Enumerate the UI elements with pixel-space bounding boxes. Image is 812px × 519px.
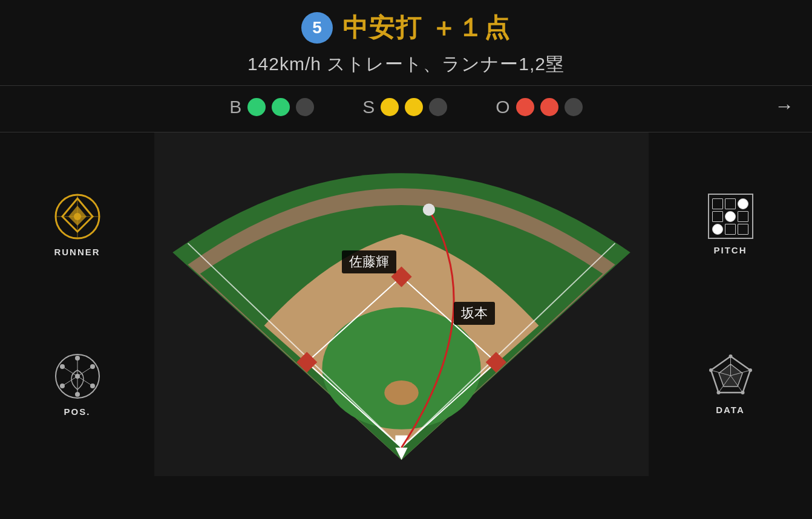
data-button[interactable]: DATA xyxy=(708,353,753,415)
bso-row: B S O → xyxy=(0,86,812,126)
outs-label: O xyxy=(496,97,509,117)
player2-label: 坂本 xyxy=(454,302,495,325)
pos-icon xyxy=(53,352,102,400)
svg-point-32 xyxy=(384,380,418,405)
subtitle: 142km/h ストレート、ランナー1,2塁 xyxy=(0,52,812,77)
pitch-cell xyxy=(725,224,736,235)
outs-group: O xyxy=(496,97,582,117)
data-icon xyxy=(708,353,753,399)
svg-line-18 xyxy=(62,376,77,386)
pitch-cell xyxy=(725,211,736,222)
svg-point-43 xyxy=(729,354,732,358)
runner-button[interactable]: RUNNER xyxy=(53,192,102,257)
out-dot-1 xyxy=(516,98,534,116)
svg-point-46 xyxy=(716,391,720,394)
ball-dot-2 xyxy=(272,98,290,116)
out-dot-3 xyxy=(565,98,583,116)
bottom-section: RUNNER xyxy=(0,132,812,476)
pitch-button[interactable]: PITCH xyxy=(708,194,753,255)
inning-badge: 5 xyxy=(301,12,333,44)
play-title: 中安打 ＋１点 xyxy=(342,11,511,45)
pitch-cell xyxy=(712,224,723,235)
strike-dot-3 xyxy=(429,98,447,116)
pitch-grid-icon xyxy=(708,194,753,239)
svg-point-47 xyxy=(709,368,713,372)
strike-dot-1 xyxy=(381,98,399,116)
left-panel: RUNNER xyxy=(0,132,154,476)
pitch-cell xyxy=(725,198,736,209)
runner-icon xyxy=(53,192,102,241)
player1-label: 佐藤輝 xyxy=(342,250,396,273)
ball-dot-1 xyxy=(247,98,266,116)
pitch-cell xyxy=(738,224,748,235)
balls-label: B xyxy=(229,97,241,117)
ball-dot-3 xyxy=(296,98,314,116)
top-section: 5 中安打 ＋１点 142km/h ストレート、ランナー1,2塁 B S O → xyxy=(0,0,812,132)
pitch-cell xyxy=(712,211,723,222)
strikes-label: S xyxy=(362,97,375,117)
field-container: 佐藤輝 坂本 xyxy=(154,132,649,476)
runner-label: RUNNER xyxy=(54,247,100,257)
strike-dot-2 xyxy=(405,98,423,116)
pitch-label: PITCH xyxy=(714,245,747,255)
balls-group: B xyxy=(229,97,314,117)
pitch-cell xyxy=(738,198,748,209)
pos-label: POS. xyxy=(64,406,91,417)
out-dot-2 xyxy=(540,98,558,116)
title-row: 5 中安打 ＋１点 xyxy=(0,11,812,45)
svg-point-44 xyxy=(748,368,752,372)
svg-point-21 xyxy=(322,307,480,429)
svg-point-33 xyxy=(423,204,435,216)
data-label: DATA xyxy=(716,405,744,415)
pos-button[interactable]: POS. xyxy=(53,352,102,417)
svg-line-16 xyxy=(77,376,93,386)
pitch-cell xyxy=(738,211,748,222)
field-svg xyxy=(154,132,649,476)
pitch-cell xyxy=(712,198,723,209)
right-panel: PITCH xyxy=(649,132,812,476)
strikes-group: S xyxy=(362,97,447,117)
next-arrow[interactable]: → xyxy=(774,95,794,117)
svg-point-45 xyxy=(741,391,744,394)
